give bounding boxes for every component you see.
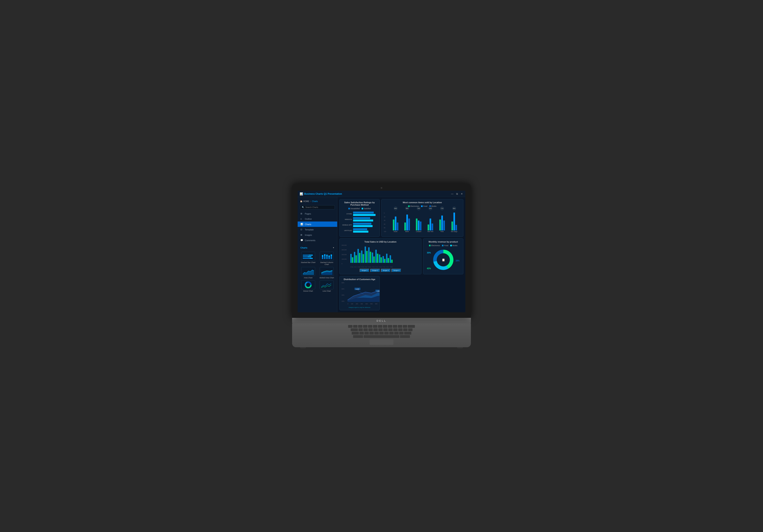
- h-bar-track-store: [353, 212, 378, 216]
- h-bar-dissatisfied-website: [353, 217, 370, 219]
- location-group-newyork: 42% New York: [427, 207, 433, 232]
- laptop-bottom: DELL: [292, 318, 471, 323]
- location-group-sandiego: 95% San Diego: [451, 207, 457, 232]
- breadcrumb-home[interactable]: HOME: [303, 200, 309, 202]
- chart-thumb-donut[interactable]: Donut Chart: [300, 280, 317, 292]
- breadcrumb: 🏠 HOME > Charts: [298, 199, 337, 204]
- h-bar-dissatisfied-mobile: [353, 223, 372, 225]
- chart-thumb-stacked-bar[interactable]: Stacked Bar Chart: [300, 252, 317, 266]
- chart-thumb-stacked-area[interactable]: Stcked Area Chart: [318, 267, 335, 279]
- chart-thumb-preview-stacked-area: [320, 267, 334, 276]
- h-bar-track-mobile: [353, 223, 378, 227]
- charts-section: Charts ▼: [298, 245, 337, 294]
- location-bars-container: 64% Austin: [389, 208, 461, 232]
- nav-item-charts[interactable]: 📊 Charts: [298, 222, 337, 227]
- breadcrumb-current: Charts: [312, 200, 318, 202]
- scope-buttons: Scope 1 Scope 2 Scope 3 Scope 4: [342, 269, 419, 272]
- template-icon: ⊡: [300, 228, 303, 231]
- chart-thumb-label-line: Line Chart: [322, 290, 331, 292]
- comments-icon: 💬: [300, 239, 303, 242]
- touchpad[interactable]: [370, 339, 393, 345]
- nav-item-comments[interactable]: 💬 Comments: [298, 238, 337, 243]
- chart-thumb-preview-donut: [301, 280, 315, 289]
- bar-group-8: [375, 250, 378, 263]
- bar-group-3: [358, 249, 361, 263]
- h-bar-track-untitled: [353, 228, 378, 233]
- nav-item-images[interactable]: ⊠ Images: [298, 232, 337, 238]
- pct-42: 42%: [427, 267, 431, 269]
- nav-item-pages[interactable]: ⊞ Pages: [298, 211, 337, 216]
- nav-item-template[interactable]: ⊡ Template: [298, 227, 337, 232]
- svg-rect-12: [328, 257, 330, 259]
- app-body: 🏠 HOME > Charts 🔍 ⊞ Pages: [298, 197, 465, 312]
- legend-electronics-4: Electronics: [429, 245, 440, 247]
- chart3-title: Total Sales in USD by Location: [342, 241, 419, 243]
- chart1-legend: Dissatisfied Satisfied: [342, 208, 378, 210]
- scope4-button[interactable]: Scope 4: [391, 269, 401, 272]
- scope3-button[interactable]: Scope 3: [381, 269, 391, 272]
- chart-thumb-label-stacked-bar: Stacked Bar Chart: [301, 262, 315, 264]
- svg-rect-4: [303, 258, 310, 259]
- dist-x-axis: 0100200300400500600: [348, 303, 378, 304]
- search-box[interactable]: 🔍: [300, 205, 335, 209]
- legend-dot-satisfied: [362, 208, 363, 209]
- comments-label: Comments: [305, 239, 315, 242]
- legend-food: Food: [421, 205, 427, 207]
- legend-books-4: Books: [450, 245, 457, 247]
- chart-thumb-label-stacked-column: Stacked Column Chart: [318, 262, 335, 266]
- dell-brand: DELL: [377, 319, 386, 322]
- svg-rect-10: [326, 256, 328, 259]
- bar-group-6: [368, 247, 371, 263]
- h-bar-row-mobile: MOBILE APP: [342, 223, 378, 227]
- home-icon: 🏠: [300, 200, 302, 202]
- bar-group-4: [361, 251, 364, 263]
- legend-dissatisfied: Dissatisfied: [348, 208, 360, 210]
- legend-satisfied: Satisfied: [362, 208, 371, 210]
- scope1-button[interactable]: Scope 1: [360, 269, 370, 272]
- sidebar: 🏠 HOME > Charts 🔍 ⊞ Pages: [298, 197, 337, 312]
- bar-group-1: [350, 254, 353, 263]
- maximize-button[interactable]: ⧉: [455, 192, 459, 195]
- donut-chart-container: 📋 30% 28% 42%: [425, 248, 461, 271]
- bar-group-12: [390, 255, 392, 263]
- v-bar-container: [342, 245, 419, 266]
- close-button[interactable]: ✕: [460, 192, 463, 195]
- h-bar-row-website: WEBSITE: [342, 217, 378, 222]
- donut-svg: 📋: [431, 248, 455, 271]
- y-axis-labels: 100806040200: [384, 212, 386, 232]
- legend-food-4: Food: [442, 245, 448, 247]
- svg-text:📋: 📋: [442, 258, 445, 262]
- images-label: Images: [305, 234, 312, 236]
- search-input[interactable]: [305, 206, 333, 208]
- location-group-london: 79% Londaon: [416, 207, 421, 232]
- app-title: Business Charts Q1 Presentation: [304, 192, 451, 195]
- camera: [381, 187, 382, 189]
- h-bar-label-untitled: UNTITLED: [342, 230, 352, 231]
- nav-item-outline[interactable]: ≡ Outline: [298, 216, 337, 222]
- scope2-button[interactable]: Scope 2: [370, 269, 380, 272]
- breadcrumb-separator: >: [310, 200, 311, 202]
- charts-icon: 📊: [300, 223, 303, 226]
- chart-thumb-preview-area: [301, 267, 315, 276]
- chart2-title: Most common items sold by Location: [383, 201, 461, 204]
- distribution-svg: 6,455 4,566: [348, 282, 380, 302]
- x-axis-labels: FY16 FY17 FY18 FY16 FY17 FY18 FY16 FY17 …: [342, 266, 419, 267]
- chart-thumb-area[interactable]: Area Chart: [300, 267, 317, 279]
- screen: 📊 Business Charts Q1 Presentation — ⧉ ✕ …: [298, 191, 465, 312]
- minimize-button[interactable]: —: [451, 192, 454, 195]
- title-bar: 📊 Business Charts Q1 Presentation — ⧉ ✕: [298, 191, 465, 197]
- h-bar-label-website: WEBSITE: [342, 219, 352, 220]
- chart-thumb-stacked-column[interactable]: Stacked Column Chart: [318, 252, 335, 266]
- legend-dot-dissatisfied: [348, 208, 350, 209]
- svg-rect-15: [331, 255, 332, 256]
- chart3-body: 0100,000200,000300,000400,000: [342, 245, 419, 267]
- chart5-title: Distribution of Customers Age: [342, 278, 378, 280]
- chart-thumb-line[interactable]: Line Chart: [318, 280, 335, 292]
- chart-thumb-preview-line: [320, 280, 334, 289]
- svg-rect-14: [331, 256, 332, 259]
- charts-section-header[interactable]: Charts ▼: [298, 245, 337, 250]
- app-window: 📊 Business Charts Q1 Presentation — ⧉ ✕ …: [298, 191, 465, 312]
- template-label: Template: [305, 229, 314, 231]
- keyboard-base: [292, 323, 471, 347]
- search-icon: 🔍: [302, 206, 304, 208]
